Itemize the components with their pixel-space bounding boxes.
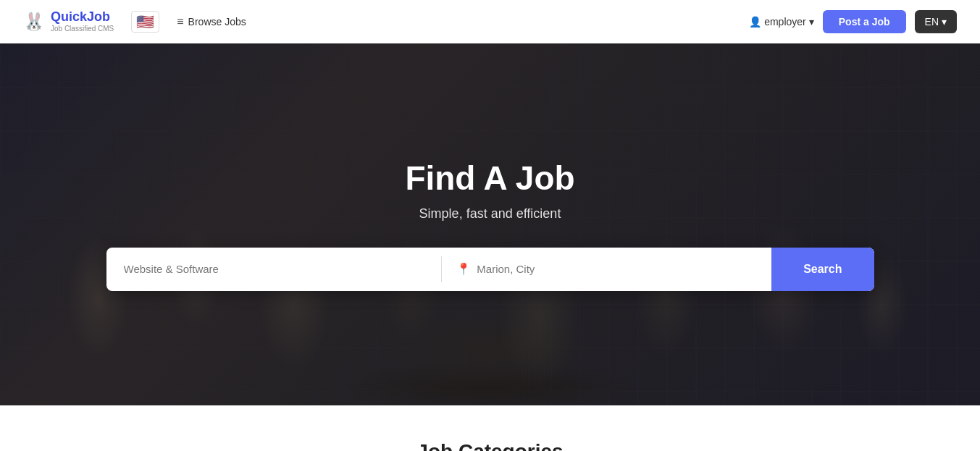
person-icon: 👤 [749, 16, 761, 28]
hero-content: Find A Job Simple, fast and efficient 📍 … [0, 159, 980, 291]
post-job-button[interactable]: Post a Job [823, 10, 906, 33]
hero-section: Find A Job Simple, fast and efficient 📍 … [0, 43, 980, 405]
location-input[interactable] [477, 263, 757, 275]
search-button[interactable]: Search [771, 248, 874, 291]
location-field-wrapper: 📍 [442, 262, 771, 276]
logo-text: QuickJob Job Classified CMS [51, 10, 114, 33]
search-bar: 📍 Search [106, 248, 874, 291]
logo[interactable]: 🐰 QuickJob Job Classified CMS [23, 10, 114, 33]
chevron-down-icon: ▾ [809, 16, 814, 28]
navbar-left: 🐰 QuickJob Job Classified CMS 🇺🇸 ≡ Brows… [23, 10, 246, 33]
hero-subtitle: Simple, fast and efficient [14, 206, 966, 222]
employer-button[interactable]: 👤 employer ▾ [749, 16, 814, 28]
location-pin-icon: 📍 [456, 262, 471, 276]
flag-button[interactable]: 🇺🇸 [131, 11, 159, 33]
hero-title: Find A Job [14, 159, 966, 198]
lang-label: EN [925, 16, 939, 28]
flag-icon: 🇺🇸 [136, 13, 154, 30]
browse-jobs-label: Browse Jobs [188, 16, 246, 28]
lang-chevron-icon: ▾ [942, 16, 947, 28]
logo-title: QuickJob [51, 10, 114, 25]
browse-jobs-button[interactable]: ≡ Browse Jobs [177, 15, 246, 28]
navbar: 🐰 QuickJob Job Classified CMS 🇺🇸 ≡ Brows… [0, 0, 980, 43]
menu-icon: ≡ [177, 15, 183, 28]
categories-title: Job Categories [23, 440, 957, 451]
employer-label: employer [764, 16, 806, 28]
categories-section: Job Categories [0, 405, 980, 451]
navbar-right: 👤 employer ▾ Post a Job EN ▾ [749, 10, 957, 33]
logo-icon: 🐰 [23, 13, 45, 30]
language-button[interactable]: EN ▾ [915, 10, 957, 33]
logo-subtitle: Job Classified CMS [51, 25, 114, 33]
keyword-input[interactable] [106, 263, 442, 275]
